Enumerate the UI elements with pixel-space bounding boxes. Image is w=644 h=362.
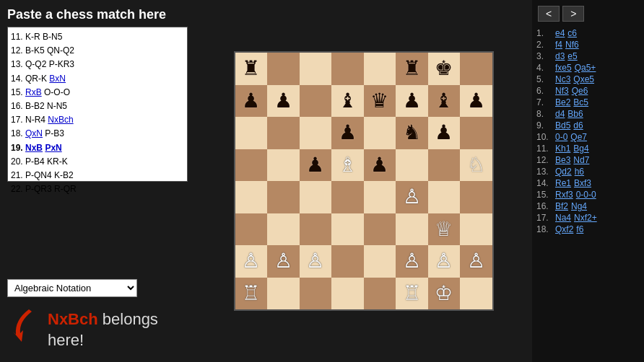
board-cell: ♙ — [235, 245, 268, 278]
white-move[interactable]: 0-0 — [555, 132, 567, 142]
board-cell: ♙ — [267, 245, 300, 278]
white-move[interactable]: d3 — [555, 51, 565, 61]
board-cell: ♔ — [428, 278, 461, 310]
board-cell: ♚ — [428, 53, 461, 85]
black-move[interactable]: Nf6 — [565, 40, 579, 50]
board-cell: ♛ — [364, 85, 396, 118]
board-cell — [364, 117, 396, 149]
board-cell: ♙ — [300, 245, 332, 278]
black-move[interactable]: Nd7 — [573, 155, 589, 165]
nav-next-button[interactable]: > — [562, 6, 584, 22]
move-row: 7.Be2Bc5 — [536, 97, 640, 108]
white-move[interactable]: Qxf2 — [555, 224, 573, 234]
white-move[interactable]: Qd2 — [555, 167, 572, 177]
black-move[interactable]: c6 — [567, 28, 577, 38]
black-move[interactable]: Nxf2+ — [574, 213, 597, 223]
white-move[interactable]: Rxf3 — [555, 190, 573, 200]
black-move[interactable]: Bg4 — [573, 144, 588, 154]
move-row: 8.d4Bb6 — [536, 108, 640, 120]
move-row: 2.f4Nf6 — [536, 39, 640, 50]
move-row: 1.e4c6 — [536, 27, 640, 39]
move-row: 3.d3e5 — [536, 50, 640, 62]
move-number: 3. — [536, 51, 555, 61]
white-move[interactable]: Kh1 — [555, 144, 570, 154]
white-move[interactable]: Na4 — [555, 213, 571, 223]
move-number: 5. — [536, 74, 555, 84]
board-cell: ♞ — [396, 117, 428, 149]
move-row: 18.Qxf2f6 — [536, 224, 640, 235]
white-move[interactable]: Nf3 — [555, 86, 569, 96]
board-cell — [364, 245, 396, 278]
white-move[interactable]: Bf2 — [555, 201, 568, 211]
left-panel: Paste a chess match here 11. K-R B-N512.… — [0, 0, 195, 362]
board-cell — [267, 53, 300, 85]
board-area: ♜♜♚♟♟♝♛♟♝♟♟♞♟♟♗♟♘♙♕♙♙♙♙♙♙♖♖♔ — [195, 0, 532, 362]
moves-list[interactable]: 1.e4c62.f4Nf63.d3e54.fxe5Qa5+5.Nc3Qxe56.… — [532, 26, 644, 359]
board-cell: ♖ — [396, 278, 428, 310]
notation-textarea[interactable]: 11. K-R B-N512. B-K5 QN-Q213. Q-Q2 P-KR3… — [7, 27, 188, 182]
paste-label: Paste a chess match here — [7, 7, 188, 22]
move-number: 6. — [536, 86, 555, 96]
board-cell: ♙ — [428, 245, 461, 278]
black-move[interactable]: Qe6 — [572, 86, 588, 96]
board-cell — [300, 53, 332, 85]
black-move[interactable]: h6 — [575, 167, 584, 177]
right-panel: < > 1.e4c62.f4Nf63.d3e54.fxe5Qa5+5.Nc3Qx… — [532, 0, 644, 362]
board-cell — [331, 245, 364, 278]
white-move[interactable]: Nc3 — [555, 74, 570, 84]
notation-select[interactable]: Algebraic NotationLong AlgebraicDescript… — [7, 279, 137, 297]
black-move[interactable]: Bxf3 — [574, 178, 591, 188]
board-cell — [300, 278, 332, 310]
board-cell: ♟ — [267, 85, 300, 118]
board-cell — [364, 213, 396, 246]
nav-prev-button[interactable]: < — [538, 6, 560, 22]
white-move[interactable]: fxe5 — [555, 63, 572, 73]
black-move[interactable]: Bc5 — [573, 97, 588, 107]
move-number: 15. — [536, 190, 555, 200]
white-move[interactable]: Be3 — [555, 155, 570, 165]
board-cell: ♗ — [331, 149, 364, 182]
move-number: 9. — [536, 120, 555, 131]
board-cell: ♟ — [364, 149, 396, 182]
board-cell — [300, 213, 332, 246]
board-cell — [267, 149, 300, 182]
board-cell — [396, 149, 428, 182]
move-row: 10.0-0Qe7 — [536, 131, 640, 143]
black-move[interactable]: d6 — [573, 120, 583, 131]
board-cell — [267, 117, 300, 149]
white-move[interactable]: d4 — [555, 109, 565, 119]
white-move[interactable]: Bd5 — [555, 120, 570, 131]
board-cell — [331, 213, 364, 246]
board-cell — [364, 181, 396, 213]
board-cell — [428, 149, 461, 182]
black-move[interactable]: Qxe5 — [573, 74, 594, 84]
board-cell: ♙ — [396, 245, 428, 278]
board-cell — [460, 278, 492, 310]
board-cell — [300, 85, 332, 118]
board-cell: ♖ — [235, 278, 268, 310]
white-move[interactable]: Be2 — [555, 97, 570, 107]
board-cell: ♜ — [235, 53, 268, 85]
board-cell — [460, 213, 492, 246]
white-move[interactable]: Re1 — [555, 178, 571, 188]
board-cell: ♟ — [460, 85, 492, 118]
arrow-icon — [7, 306, 42, 355]
move-number: 7. — [536, 97, 555, 107]
arrow-hint: NxBch belongs here! — [7, 306, 188, 355]
white-move[interactable]: f4 — [555, 40, 562, 50]
move-row: 11.Kh1Bg4 — [536, 143, 640, 154]
black-move[interactable]: Qa5+ — [575, 63, 596, 73]
black-move[interactable]: e5 — [567, 51, 577, 61]
black-move[interactable]: Ng4 — [571, 201, 587, 211]
black-move[interactable]: 0-0-0 — [576, 190, 596, 200]
hint-text: NxBch belongs here! — [48, 309, 188, 350]
black-move[interactable]: Qe7 — [570, 132, 587, 142]
white-move[interactable]: e4 — [555, 28, 565, 38]
board-cell: ♟ — [235, 85, 268, 118]
board-cell: ♜ — [396, 53, 428, 85]
black-move[interactable]: f6 — [576, 224, 583, 234]
move-number: 17. — [536, 213, 555, 223]
nav-buttons: < > — [532, 3, 644, 26]
move-row: 17.Na4Nxf2+ — [536, 212, 640, 224]
black-move[interactable]: Bb6 — [567, 109, 583, 119]
